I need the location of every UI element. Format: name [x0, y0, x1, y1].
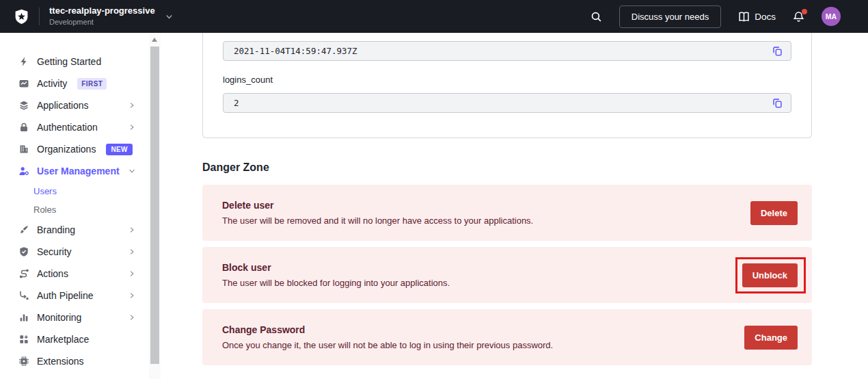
sidebar-item-roles[interactable]: Roles	[0, 200, 161, 219]
sidebar-item-label: Authentication	[37, 122, 98, 133]
topbar: ttec-realplay-progressive Development Di…	[0, 0, 868, 33]
sidebar-item-actions[interactable]: Actions	[0, 263, 161, 285]
sidebar-item-label: Actions	[37, 268, 68, 279]
sidebar-item-applications[interactable]: Applications	[0, 94, 161, 116]
user-detail-card: 2021-11-04T14:59:47.937Zlogins_count2	[202, 33, 812, 138]
sidebar-subitem-label: Users	[33, 186, 57, 196]
sidebar-item-extensions[interactable]: Extensions	[0, 350, 161, 372]
scrollbar-thumb[interactable]	[150, 47, 159, 364]
sidebar-item-label: Branding	[37, 224, 75, 235]
sidebar-item-user-management[interactable]: User Management	[0, 160, 161, 182]
tenant-name: ttec-realplay-progressive	[49, 6, 155, 16]
sidebar-item-users[interactable]: Users	[0, 182, 161, 200]
discuss-your-needs-button[interactable]: Discuss your needs	[619, 5, 721, 28]
copy-icon[interactable]	[772, 45, 783, 57]
sidebar-item-label: Applications	[37, 100, 89, 111]
sidebar-item-marketplace[interactable]: Marketplace	[0, 328, 161, 350]
tenant-switcher[interactable]: ttec-realplay-progressive Development	[49, 6, 155, 27]
user-gear-icon	[18, 166, 29, 177]
danger-panel-delete-user: Delete userThe user will be removed and …	[202, 185, 812, 241]
chevron-right-icon	[128, 313, 136, 322]
readonly-field: 2	[223, 93, 791, 113]
auth0-logo-icon	[14, 8, 29, 25]
danger-description: Once you change it, the user will not be…	[222, 340, 744, 350]
search-icon[interactable]	[591, 11, 602, 23]
danger-title: Delete user	[222, 200, 750, 211]
applications-icon	[18, 100, 29, 111]
chevron-right-icon	[128, 101, 136, 109]
unblock-button[interactable]: Unblock	[742, 263, 798, 287]
lock-icon	[18, 122, 29, 133]
chevron-right-icon	[128, 270, 136, 278]
sidebar-item-authentication[interactable]: Authentication	[0, 116, 161, 138]
main-content: 2021-11-04T14:59:47.937Zlogins_count2 Da…	[161, 33, 868, 379]
readonly-field: 2021-11-04T14:59:47.937Z	[223, 41, 791, 61]
sidebar-item-security[interactable]: Security	[0, 241, 161, 263]
chevron-right-icon	[128, 291, 136, 300]
button-wrap: Delete	[750, 201, 798, 225]
chip-icon	[18, 356, 29, 367]
new-badge: NEW	[106, 144, 133, 155]
activity-icon	[18, 78, 29, 89]
sidebar-item-auth-pipeline[interactable]: Auth Pipeline	[0, 285, 161, 306]
sidebar: Getting StartedActivityFIRSTApplications…	[0, 33, 161, 379]
notification-dot	[802, 9, 807, 14]
field-value: 2	[234, 98, 772, 108]
button-wrap: Change	[744, 326, 798, 350]
sidebar-item-label: Organizations	[37, 144, 96, 155]
delete-button[interactable]: Delete	[750, 201, 798, 225]
danger-title: Block user	[222, 262, 742, 273]
sidebar-item-monitoring[interactable]: Monitoring	[0, 306, 161, 328]
avatar[interactable]: MA	[822, 7, 841, 26]
book-icon	[738, 11, 750, 23]
danger-title: Change Password	[222, 324, 744, 335]
notifications-bell-icon[interactable]	[793, 11, 804, 23]
chevron-down-icon	[128, 167, 136, 175]
field-label: logins_count	[223, 75, 791, 85]
highlight-annotation-box: Unblock	[742, 263, 798, 287]
danger-panel-change-password: Change PasswordOnce you change it, the u…	[202, 309, 812, 365]
tenant-environment: Development	[49, 18, 155, 27]
marketplace-icon	[18, 334, 29, 345]
chevron-down-icon[interactable]	[165, 12, 174, 21]
sidebar-item-label: Monitoring	[37, 312, 81, 323]
sidebar-item-label: Activity	[37, 78, 67, 89]
lightning-icon	[18, 56, 29, 67]
copy-icon[interactable]	[772, 97, 783, 109]
pipeline-icon	[18, 290, 29, 301]
building-icon	[18, 144, 29, 155]
paintbrush-icon	[18, 224, 29, 235]
danger-panel-block-user: Block userThe user will be blocked for l…	[202, 247, 812, 303]
sidebar-item-label: Auth Pipeline	[37, 290, 94, 301]
flow-icon	[18, 268, 29, 279]
shield-icon	[18, 246, 29, 257]
chevron-right-icon	[128, 123, 136, 131]
sidebar-item-label: Getting Started	[37, 56, 101, 67]
chevron-right-icon	[128, 226, 136, 234]
field-value: 2021-11-04T14:59:47.937Z	[234, 46, 772, 56]
sidebar-subitem-label: Roles	[33, 205, 56, 215]
docs-label: Docs	[755, 12, 776, 22]
sidebar-item-label: Extensions	[37, 356, 83, 367]
sidebar-item-label: Security	[37, 246, 72, 257]
chevron-right-icon	[128, 248, 136, 256]
change-button[interactable]: Change	[744, 326, 798, 350]
sidebar-scrollbar[interactable]	[149, 33, 161, 379]
sidebar-item-organizations[interactable]: OrganizationsNEW	[0, 138, 161, 160]
sidebar-item-branding[interactable]: Branding	[0, 219, 161, 241]
topbar-divider	[39, 8, 40, 25]
sidebar-item-label: User Management	[37, 166, 120, 177]
scrollbar-up-arrow[interactable]	[152, 38, 157, 42]
first-badge: FIRST	[77, 78, 107, 90]
danger-zone-heading: Danger Zone	[202, 161, 812, 174]
sidebar-item-activity[interactable]: ActivityFIRST	[0, 73, 161, 94]
sidebar-item-getting-started[interactable]: Getting Started	[0, 51, 161, 73]
danger-description: The user will be blocked for logging int…	[222, 278, 742, 288]
sidebar-item-label: Marketplace	[37, 334, 89, 345]
bar-chart-icon	[18, 312, 29, 323]
danger-description: The user will be removed and it will no …	[222, 215, 750, 226]
docs-link[interactable]: Docs	[738, 11, 776, 23]
